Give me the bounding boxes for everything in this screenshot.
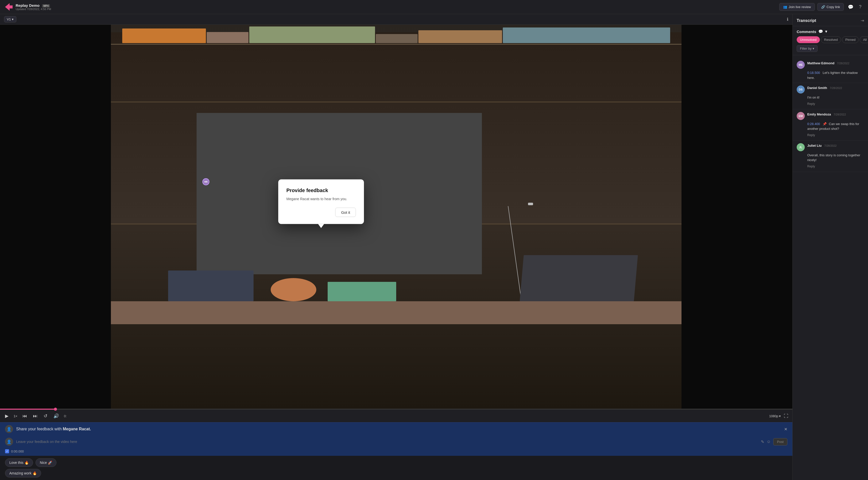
version-selector[interactable]: V1 ▾ [4, 16, 17, 23]
avatar: DS [797, 86, 805, 93]
controls-right: 1080p ▾ ⛶ [769, 414, 788, 419]
post-button[interactable]: Post [773, 438, 787, 446]
app-header: Replay Demo MP4 Updated 7/28/2022, 4:56 … [0, 0, 868, 14]
feedback-user-avatar: 👤 [5, 438, 13, 446]
video-toolbar: V1 ▾ ℹ [0, 14, 793, 25]
comment-author: Matthew Edmond [807, 61, 835, 65]
tab-pinned[interactable]: Pinned [842, 36, 859, 43]
comments-tabs: Unresolved Resolved Pinned All [797, 36, 864, 43]
got-it-button[interactable]: Got it [335, 208, 356, 217]
comment-date: 7/28/2022 [834, 113, 846, 116]
comment-item: DS Daniel Smith 7/28/2022 I'm on it! Rep… [793, 83, 868, 110]
join-live-review-button[interactable]: 👥 Join live review [779, 3, 814, 11]
pencil-icon-button[interactable]: ✎ [761, 440, 764, 444]
timestamp-value: 0:00.000 [11, 450, 24, 453]
reply-button[interactable]: Reply [807, 132, 815, 138]
tab-all[interactable]: All [860, 36, 868, 43]
sidebar: Transcript ⇥ Comments 💬 ▾ Unresolved Res… [793, 14, 868, 480]
feedback-text-input[interactable] [16, 440, 761, 444]
timestamp-checkbox[interactable]: ✓ [5, 449, 9, 453]
quality-selector[interactable]: 1080p ▾ [769, 414, 781, 418]
timestamp-checkbox-row: ✓ 0:00.000 [0, 448, 793, 456]
amazing-work-button[interactable]: Amazing work 🔥 [5, 469, 41, 478]
video-container[interactable]: // Create 48 drawer cells inline would b… [0, 25, 793, 409]
playhead-dot: ME [203, 178, 210, 185]
comment-timestamp[interactable]: 0:18.500 [807, 71, 820, 74]
updated-text: Updated 7/28/2022, 4:56 PM [16, 7, 51, 10]
transcript-title: Transcript [797, 19, 816, 23]
reactions-row-1: Love this 🔥 Nice 🚀 [5, 458, 787, 467]
link-icon: 🔗 [821, 5, 825, 9]
comment-meta: Emily Mendoza 7/28/2022 [807, 112, 864, 117]
feedback-bar-left: 👤 Share your feedback with Megane Racat. [5, 425, 784, 433]
love-this-button[interactable]: Love this 🔥 [5, 458, 33, 467]
time-display: 0: [64, 414, 67, 418]
expand-icon[interactable]: ⇥ [861, 18, 864, 23]
comment-timestamp[interactable]: 0:28.400 [807, 122, 820, 126]
header-title-group: Replay Demo MP4 Updated 7/28/2022, 4:56 … [16, 3, 51, 10]
comments-chevron[interactable]: ▾ [825, 29, 827, 34]
back-button[interactable] [5, 3, 12, 11]
avatar: JL [797, 143, 805, 151]
reply-button[interactable]: Reply [807, 163, 815, 169]
tab-unresolved[interactable]: Unresolved [797, 36, 820, 43]
loop-button[interactable]: ↺ [42, 412, 49, 420]
comment-author: Emily Mendoza [807, 113, 831, 116]
step-forward-button[interactable]: ⏭ [32, 413, 38, 420]
scrubber-thumb[interactable] [54, 408, 57, 411]
help-icon-button[interactable]: ? [858, 3, 863, 11]
filter-button[interactable]: Filter by ▾ [797, 45, 817, 52]
comment-header: ME Matthew Edmond 7/28/2022 [797, 61, 864, 69]
people-icon: 👥 [783, 5, 787, 9]
nice-button[interactable]: Nice 🚀 [35, 458, 57, 467]
copy-link-button[interactable]: 🔗 Copy link [817, 3, 844, 11]
app-title: Replay Demo MP4 [16, 3, 51, 7]
video-area: V1 ▾ ℹ [0, 14, 793, 480]
comments-label: Comments 💬 ▾ [797, 29, 864, 34]
scene-dark-left [0, 25, 111, 409]
scrubber-progress [0, 409, 56, 410]
sidebar-header: Transcript ⇥ [793, 14, 868, 26]
scene-dark-right [682, 25, 793, 409]
comment-meta: Daniel Smith 7/28/2022 [807, 86, 864, 90]
controls-left: ▶ 1× ⏮ ⏭ ↺ 🔊 0: [4, 412, 67, 420]
feedback-share-text: Share your feedback with Megane Racat. [16, 427, 91, 431]
fullscreen-button[interactable]: ⛶ [784, 414, 788, 419]
comment-header: DS Daniel Smith 7/28/2022 [797, 86, 864, 93]
chat-icon-button[interactable]: 💬 [846, 3, 855, 11]
comment-section-header: Comments 💬 ▾ Unresolved Resolved Pinned … [793, 26, 868, 55]
reply-button[interactable]: Reply [807, 101, 815, 107]
chevron-down-icon: ▾ [12, 18, 13, 21]
sidebar-title-row: Transcript ⇥ [797, 18, 864, 23]
main-content: V1 ▾ ℹ [0, 14, 868, 480]
comment-text: Overall, this story is coming together n… [807, 153, 860, 162]
comments-list[interactable]: ME Matthew Edmond 7/28/2022 0:18.500 Let… [793, 55, 868, 480]
playhead-marker: ME [203, 178, 210, 185]
tab-resolved[interactable]: Resolved [821, 36, 841, 43]
speed-selector[interactable]: 1× [13, 414, 18, 418]
feedback-avatar: 👤 [5, 425, 13, 433]
comment-text: I'm on it! [807, 95, 819, 99]
comment-author: Juliet Liu [807, 144, 822, 148]
video-scene: // Create 48 drawer cells inline would b… [0, 25, 793, 409]
comment-item: EM Emily Mendoza 7/28/2022 0:28.400 📌 Ca… [793, 110, 868, 141]
volume-button[interactable]: 🔊 [53, 412, 60, 420]
emoji-icon-button[interactable]: ☺ [767, 440, 771, 444]
comment-item: ME Matthew Edmond 7/28/2022 0:18.500 Let… [793, 58, 868, 83]
pinned-icon: 📌 [823, 122, 827, 126]
header-left: Replay Demo MP4 Updated 7/28/2022, 4:56 … [5, 3, 51, 11]
info-button[interactable]: ℹ [787, 17, 788, 22]
file-type-badge: MP4 [42, 4, 50, 7]
comment-header: JL Juliet Liu 7/28/2022 [797, 143, 864, 151]
comment-meta: Matthew Edmond 7/28/2022 [807, 61, 864, 65]
feedback-reactions: Love this 🔥 Nice 🚀 Amazing work 🔥 [0, 456, 793, 480]
play-button[interactable]: ▶ [4, 412, 9, 420]
sidebar-title-icons: ⇥ [861, 18, 864, 23]
comment-body: 0:18.500 Let's lighten the shadow here. [797, 70, 864, 80]
scrubber-bar[interactable] [0, 409, 793, 410]
feedback-input-row: 👤 ✎ ☺ Post [0, 436, 793, 448]
step-back-button[interactable]: ⏮ [22, 413, 28, 420]
provide-feedback-modal: Provide feedback Megane Racat wants to h… [278, 179, 364, 224]
feedback-banner-close[interactable]: ✕ [784, 427, 787, 431]
chevron-down-icon: ▾ [779, 414, 781, 418]
